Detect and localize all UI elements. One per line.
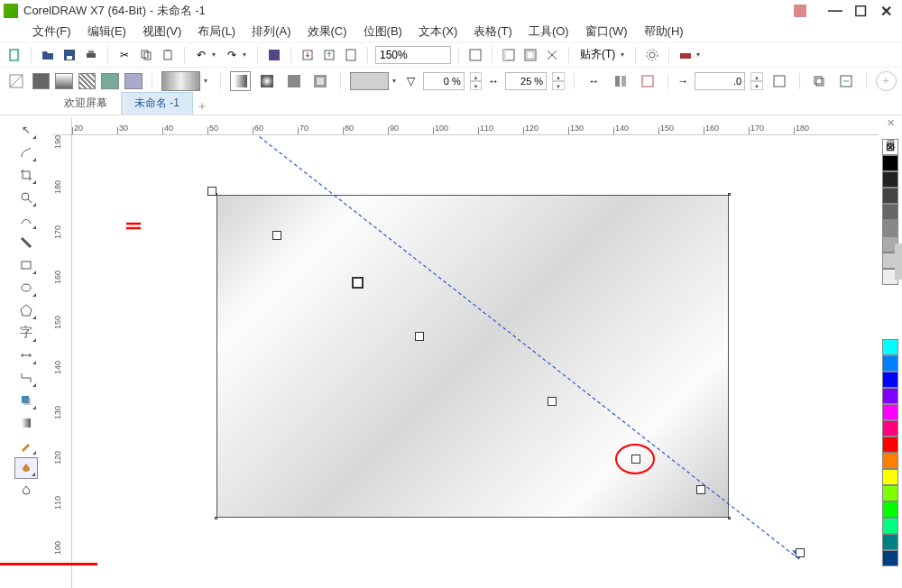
menu-effects[interactable]: 效果(C) [300, 22, 354, 41]
no-color-swatch[interactable]: ⊠ [882, 139, 898, 155]
texture-fill-icon[interactable] [101, 73, 119, 89]
menu-tools[interactable]: 工具(O) [521, 22, 576, 41]
radial-gradient-icon[interactable] [256, 71, 278, 91]
fill-picker-dropdown[interactable]: ▾ [204, 77, 211, 85]
color-swatch[interactable] [882, 204, 898, 220]
ellipse-tool-icon[interactable] [14, 277, 38, 299]
menu-window[interactable]: 窗口(W) [578, 22, 635, 41]
menu-view[interactable]: 视图(V) [135, 22, 189, 41]
tab-doc1[interactable]: 未命名 -1 [121, 92, 193, 115]
menu-help[interactable]: 帮助(H) [637, 22, 691, 41]
color-swatch[interactable] [882, 339, 898, 355]
menu-file[interactable]: 文件(F) [25, 22, 78, 41]
smart-fill-icon[interactable] [14, 480, 38, 501]
color-swatch[interactable] [882, 220, 898, 236]
menu-bitmap[interactable]: 位图(B) [356, 22, 410, 41]
menu-text[interactable]: 文本(X) [411, 22, 465, 41]
menu-table[interactable]: 表格(T) [466, 22, 520, 41]
color-eyedropper-icon[interactable] [14, 435, 38, 456]
color-swatch[interactable] [882, 534, 898, 550]
transparency-tool-icon[interactable] [14, 412, 38, 434]
fill-picker[interactable] [161, 71, 200, 91]
color-swatch[interactable] [882, 518, 898, 534]
node-color-preview[interactable] [350, 72, 389, 90]
publish-pdf-icon[interactable] [342, 46, 360, 64]
no-fill-icon[interactable] [5, 71, 27, 91]
save-icon[interactable] [60, 46, 78, 64]
cut-icon[interactable]: ✂ [115, 46, 133, 64]
color-swatch[interactable] [882, 485, 898, 501]
import-icon[interactable] [299, 46, 317, 64]
color-swatch[interactable] [882, 453, 898, 469]
print-icon[interactable] [82, 46, 100, 64]
resize-handle-se[interactable] [728, 517, 731, 519]
pattern-fill-icon[interactable] [78, 73, 97, 89]
pick-tool-icon[interactable]: ↖ [14, 119, 38, 141]
resize-handle-ne[interactable] [728, 193, 731, 196]
transparency-spinner[interactable]: ▲▼ [470, 72, 483, 90]
palette-close-icon[interactable]: ✕ [882, 117, 898, 130]
show-guides-icon[interactable] [543, 46, 561, 64]
copy-icon[interactable] [137, 46, 155, 64]
open-icon[interactable] [39, 46, 57, 64]
postscript-fill-icon[interactable] [124, 73, 143, 89]
new-doc-icon[interactable] [5, 46, 23, 64]
snap-dropdown[interactable]: ▾ [621, 51, 628, 59]
connector-tool-icon[interactable] [14, 367, 38, 389]
color-swatch[interactable] [882, 550, 898, 566]
color-swatch[interactable] [882, 355, 898, 372]
rectangle-tool-icon[interactable] [14, 254, 38, 276]
acceleration-input[interactable] [695, 72, 745, 90]
shape-tool-icon[interactable] [14, 142, 38, 163]
color-swatch[interactable] [882, 501, 898, 518]
show-grid-icon[interactable] [521, 46, 539, 64]
color-swatch[interactable] [882, 372, 898, 388]
new-tab-button[interactable]: ＋ [193, 98, 211, 115]
free-scale-icon[interactable] [769, 71, 790, 91]
undo-dropdown[interactable]: ▾ [212, 51, 219, 59]
fountain-fill-icon[interactable] [55, 73, 73, 89]
fullscreen-preview-icon[interactable] [466, 46, 484, 64]
zoom-tool-icon[interactable] [14, 187, 38, 208]
launcher-dropdown[interactable]: ▾ [696, 51, 704, 59]
menu-arrange[interactable]: 排列(A) [244, 22, 298, 41]
text-tool-icon[interactable]: 字 [14, 322, 38, 344]
copy-fill-icon[interactable] [808, 71, 830, 91]
resize-handle-sw[interactable] [215, 517, 217, 519]
color-swatch[interactable] [882, 404, 898, 420]
gradient-node-1[interactable] [272, 231, 281, 240]
undo-icon[interactable]: ↶ [192, 46, 210, 64]
conical-gradient-icon[interactable] [283, 71, 305, 91]
color-swatch[interactable] [882, 436, 898, 453]
crop-tool-icon[interactable] [14, 164, 38, 186]
gradient-node-5[interactable] [696, 485, 705, 494]
freehand-tool-icon[interactable] [14, 209, 38, 231]
interactive-fill-icon[interactable] [14, 457, 38, 479]
square-gradient-icon[interactable] [309, 71, 331, 91]
gradient-midpoint-handle[interactable] [548, 397, 557, 406]
artistic-media-icon[interactable] [14, 232, 38, 253]
gradient-node-4[interactable] [631, 455, 640, 464]
color-swatch[interactable] [882, 155, 898, 171]
app-launcher-icon[interactable] [676, 46, 695, 64]
show-rulers-icon[interactable] [500, 46, 518, 64]
export-icon[interactable] [320, 46, 338, 64]
position-spinner[interactable]: ▲▼ [552, 72, 565, 90]
menu-layout[interactable]: 布局(L) [190, 22, 243, 41]
ruler-origin[interactable] [52, 117, 72, 135]
edit-fill-icon[interactable] [835, 71, 857, 91]
gradient-end-handle[interactable] [796, 548, 805, 557]
reverse-fill-icon[interactable]: ↔ [584, 71, 605, 91]
acceleration-spinner[interactable]: ▲▼ [750, 72, 763, 90]
gradient-start-handle[interactable] [207, 187, 216, 196]
horizontal-ruler[interactable]: 2030405060708090100110120130140150160170… [72, 117, 879, 135]
parallel-dim-icon[interactable] [14, 345, 38, 366]
gradient-node-3[interactable] [415, 332, 424, 341]
smooth-icon[interactable] [637, 71, 658, 91]
add-preset-icon[interactable]: ＋ [876, 71, 897, 91]
docker-resize-handle[interactable] [895, 243, 902, 280]
vertical-ruler[interactable]: 190180170160150140130120110100 [52, 135, 72, 588]
drawing-canvas[interactable] [72, 135, 879, 588]
maximize-button[interactable]: ☐ [848, 2, 873, 20]
color-swatch[interactable] [882, 420, 898, 436]
